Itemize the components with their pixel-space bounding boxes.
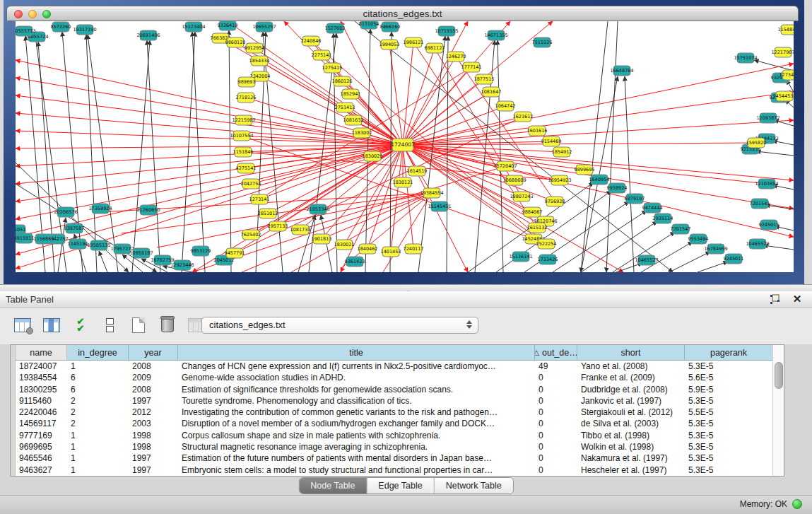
graph-edge[interactable] bbox=[147, 40, 160, 272]
graph-node[interactable]: 1273141 bbox=[249, 194, 270, 204]
table-row[interactable]: 1456911722003Disruption of a novel membe… bbox=[16, 418, 773, 429]
graph-node[interactable]: 10688609 bbox=[502, 175, 526, 185]
graph-node[interactable]: 17359924 bbox=[88, 204, 112, 214]
graph-node[interactable]: 15136141 bbox=[509, 252, 532, 262]
table-row[interactable]: 946362711997Embryonic stem cells: a mode… bbox=[16, 465, 773, 476]
column-header-name[interactable]: name bbox=[16, 345, 67, 361]
graph-node[interactable]: 1830021 bbox=[334, 240, 355, 250]
graph-node[interactable]: 1156869 bbox=[34, 234, 54, 244]
cell-in_degree[interactable]: 1 bbox=[67, 465, 129, 476]
graph-node[interactable]: 1081647 bbox=[481, 87, 502, 97]
graph-node[interactable]: 8572260 bbox=[51, 22, 71, 32]
graph-node[interactable]: 9245015 bbox=[759, 220, 779, 230]
column-edit-icon[interactable] bbox=[42, 315, 61, 335]
graph-node[interactable]: 1401453 bbox=[381, 247, 401, 257]
tab-node-table[interactable]: Node Table bbox=[299, 478, 367, 493]
tab-network-table[interactable]: Network Table bbox=[435, 478, 513, 493]
cell-short[interactable]: de Silva et al. (2003) bbox=[577, 418, 685, 429]
cell-title[interactable]: Tourette syndrome. Phenomenology and cla… bbox=[178, 395, 535, 407]
graph-node[interactable]: 10107554 bbox=[230, 131, 253, 141]
graph-node[interactable]: 9474444 bbox=[642, 203, 663, 213]
graph-node[interactable]: 2240846 bbox=[301, 36, 322, 46]
cell-title[interactable]: Embryonic stem cells: a model to study s… bbox=[178, 465, 535, 476]
float-panel-icon[interactable] bbox=[768, 293, 781, 305]
graph-node[interactable]: 2935114 bbox=[653, 214, 673, 223]
graph-node[interactable]: 12093872 bbox=[756, 113, 779, 123]
graph-node[interactable]: 1183002 bbox=[352, 128, 372, 138]
cell-name[interactable]: 18300295 bbox=[16, 384, 67, 395]
cell-title[interactable]: Changes of HCN gene expression and I(f) … bbox=[178, 361, 535, 372]
column-header-title[interactable]: title bbox=[178, 345, 535, 361]
cell-pagerank[interactable]: 5.6E-5 bbox=[685, 372, 773, 383]
graph-node[interactable]: 15123404 bbox=[182, 22, 205, 32]
cell-year[interactable]: 2008 bbox=[129, 361, 178, 372]
cell-short[interactable]: Yano et al. (2008) bbox=[577, 361, 685, 372]
cell-out_degree[interactable]: 0 bbox=[535, 418, 577, 429]
cell-pagerank[interactable]: 5.5E-5 bbox=[685, 407, 773, 418]
graph-node[interactable]: 11548498 bbox=[777, 25, 794, 35]
cell-in_degree[interactable]: 1 bbox=[67, 361, 129, 372]
cell-pagerank[interactable]: 5.3E-5 bbox=[685, 361, 773, 372]
cell-in_degree[interactable]: 1 bbox=[67, 430, 129, 441]
graph-node[interactable]: 8466160 bbox=[380, 22, 401, 32]
graph-node[interactable]: 1877515 bbox=[474, 74, 495, 84]
graph-node[interactable]: 15145451 bbox=[428, 201, 451, 211]
graph-node[interactable]: 9884067 bbox=[522, 207, 543, 217]
cell-short[interactable]: Tibbo et al. (1998) bbox=[577, 430, 685, 441]
graph-edge[interactable] bbox=[229, 30, 231, 272]
graph-node[interactable]: 1275415 bbox=[322, 63, 343, 73]
graph-node[interactable]: 1615132 bbox=[527, 223, 548, 233]
cell-title[interactable]: Estimation of the future numbers of pati… bbox=[178, 452, 535, 464]
graph-edge[interactable] bbox=[581, 21, 608, 272]
new-table-icon[interactable] bbox=[129, 315, 148, 335]
graph-node[interactable]: 1854912 bbox=[552, 147, 572, 157]
cell-name[interactable]: 9777169 bbox=[16, 430, 67, 441]
graph-edge[interactable] bbox=[403, 92, 794, 145]
graph-node[interactable]: 1614519 bbox=[407, 166, 428, 176]
graph-node[interactable]: 12103954 bbox=[755, 179, 778, 189]
graph-nodes[interactable]: 2405572420555713857226019317190206914061… bbox=[16, 21, 794, 270]
graph-node[interactable]: 1840462 bbox=[358, 244, 378, 254]
graph-node[interactable]: 10958187 bbox=[129, 248, 153, 258]
table-row[interactable]: 911546021997Tourette syndrome. Phenomeno… bbox=[16, 395, 773, 407]
cell-in_degree[interactable]: 6 bbox=[67, 372, 129, 383]
graph-edge[interactable] bbox=[182, 32, 195, 272]
graph-node[interactable]: 1777141 bbox=[461, 62, 482, 72]
graph-edge[interactable] bbox=[403, 145, 794, 237]
window-titlebar[interactable]: citations_edges.txt bbox=[6, 6, 799, 21]
graph-node[interactable]: 1246270 bbox=[446, 52, 466, 62]
graph-node[interactable]: 2275141 bbox=[312, 50, 332, 60]
cell-year[interactable]: 1997 bbox=[129, 452, 178, 464]
graph-edge[interactable] bbox=[625, 76, 634, 272]
cell-pagerank[interactable]: 5.9E-5 bbox=[685, 384, 773, 395]
graph-node[interactable]: 7625402 bbox=[241, 230, 261, 240]
graph-node[interactable]: 9853129 bbox=[191, 246, 211, 256]
graph-node[interactable]: 3915911 bbox=[16, 233, 34, 243]
graph-node[interactable]: 1621612 bbox=[513, 112, 534, 122]
graph-node[interactable]: 21260650 bbox=[136, 205, 160, 215]
graph-node[interactable]: 6981127 bbox=[425, 43, 445, 53]
cell-short[interactable]: Hescheler et al. (1997) bbox=[577, 465, 685, 476]
graph-node[interactable]: 18807243 bbox=[510, 192, 533, 201]
cell-year[interactable]: 2008 bbox=[129, 384, 178, 395]
column-header-short[interactable]: short bbox=[577, 345, 685, 361]
graph-node[interactable]: 1733426 bbox=[538, 255, 558, 264]
graph-node[interactable]: 2957133 bbox=[268, 221, 288, 231]
graph-node[interactable]: 16648784 bbox=[610, 66, 633, 76]
table-selector-dropdown[interactable]: citations_edges.txt bbox=[201, 317, 478, 334]
cell-pagerank[interactable]: 5.3E-5 bbox=[685, 395, 773, 407]
cell-out_degree[interactable]: 0 bbox=[535, 395, 577, 407]
table-scrollbar[interactable] bbox=[772, 345, 784, 476]
graph-node[interactable]: 9756928 bbox=[545, 197, 565, 206]
panel-splitter[interactable]: ⋰ bbox=[0, 284, 812, 291]
cell-title[interactable]: Estimation of significance thresholds fo… bbox=[178, 384, 535, 395]
cell-out_degree[interactable]: 0 bbox=[535, 430, 577, 441]
graph-node[interactable]: 4275141 bbox=[236, 163, 257, 173]
graph-node[interactable]: 1145194 bbox=[68, 239, 88, 249]
delete-table-icon[interactable] bbox=[158, 315, 177, 335]
cell-title[interactable]: Disruption of a novel member of a sodium… bbox=[178, 418, 535, 429]
graph-edge[interactable] bbox=[192, 32, 205, 272]
graph-node[interactable]: 10465529 bbox=[746, 239, 769, 249]
table-settings-icon[interactable] bbox=[13, 315, 33, 335]
cell-out_degree[interactable]: 0 bbox=[535, 465, 577, 476]
